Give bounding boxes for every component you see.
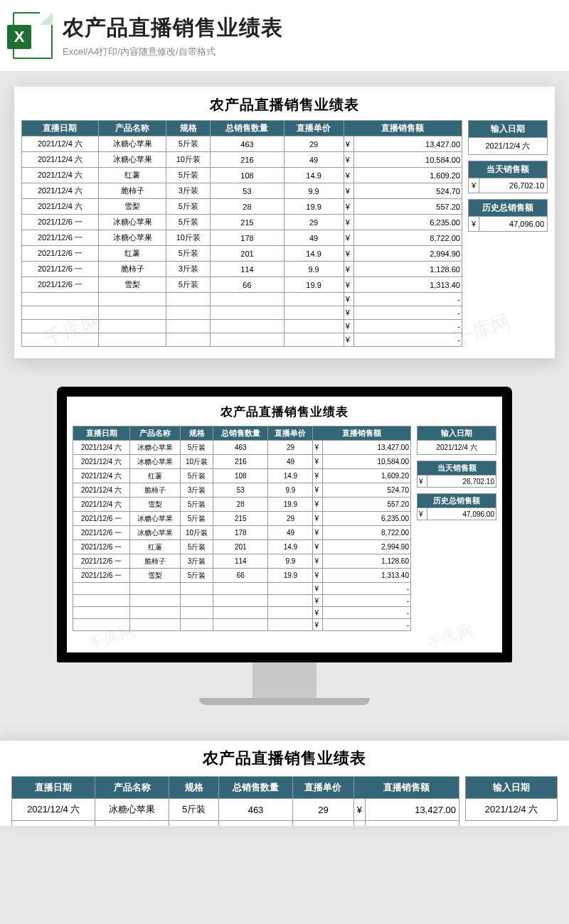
sheet-body: 直播日期产品名称规格总销售数量直播单价直播销售额2021/12/4 六冰糖心苹果… <box>21 120 548 347</box>
cell-qty: 114 <box>213 554 268 569</box>
cell-price: 9.9 <box>268 483 313 498</box>
table-row-empty: ¥- <box>73 619 411 631</box>
table-row: 2021/12/6 一冰糖心苹果5斤装21529¥6,235.00 <box>73 512 411 526</box>
table-row: 2021/12/6 一冰糖心苹果5斤装21529¥6,235.00 <box>22 215 462 230</box>
sheet-title: 农产品直播销售业绩表 <box>73 404 496 420</box>
table-row: 2021/12/4 六冰糖心苹果10斤装21649¥10,584.00 <box>12 821 459 827</box>
cell-product: 脆柿子 <box>130 483 181 498</box>
cell-currency: ¥ <box>313 569 323 583</box>
cell-sales: 13,427.00 <box>366 799 459 821</box>
col-header-spec: 规格 <box>169 777 219 799</box>
cell-spec: 5斤装 <box>166 199 211 215</box>
cell-currency: ¥ <box>313 526 323 540</box>
cell-product: 红薯 <box>98 246 166 262</box>
cell-sales: 557.20 <box>353 199 462 215</box>
monitor-frame: 农产品直播销售业绩表 直播日期产品名称规格总销售数量直播单价直播销售额2021/… <box>57 387 512 705</box>
cell-date: 2021/12/6 一 <box>22 215 99 230</box>
side-value-total-sales: 47,096.00 <box>427 508 496 520</box>
table-row-empty: ¥- <box>73 607 411 619</box>
cell-qty: 463 <box>213 441 268 455</box>
cell-qty: 66 <box>213 569 268 583</box>
table-row-empty: ¥- <box>73 595 411 607</box>
side-value-input-date: 2021/12/4 六 <box>466 799 558 821</box>
table-row-empty: ¥- <box>22 293 462 306</box>
cell-date: 2021/12/4 六 <box>73 441 130 455</box>
cell-date: 2021/12/6 一 <box>73 554 130 569</box>
cell-date: 2021/12/4 六 <box>12 821 95 827</box>
cell-price: 49 <box>284 152 344 168</box>
cell-price: 49 <box>293 821 354 827</box>
cell-date: 2021/12/4 六 <box>73 498 130 512</box>
cell-product: 冰糖心苹果 <box>98 152 166 168</box>
cell-spec: 10斤装 <box>180 526 213 540</box>
table-row: 2021/12/6 一脆柿子3斤装1149.9¥1,128.60 <box>73 554 411 569</box>
side-label-input-date: 输入日期 <box>469 121 548 138</box>
sheet-preview-card: 农产品直播销售业绩表 直播日期产品名称规格总销售数量直播单价直播销售额2021/… <box>14 87 555 358</box>
cell-product: 冰糖心苹果 <box>130 512 181 526</box>
cell-currency: ¥ <box>353 821 365 827</box>
cell-sales: 8,722.00 <box>353 230 462 246</box>
cell-date: 2021/12/6 一 <box>73 540 130 554</box>
table-row-empty: ¥- <box>22 320 462 333</box>
cell-sales: 524.70 <box>353 183 462 199</box>
banner-subtitle: Excel/A4打印/内容随意修改/自带格式 <box>63 45 556 58</box>
cell-date: 2021/12/4 六 <box>22 136 99 152</box>
cell-currency: ¥ <box>344 183 353 199</box>
cell-sales: 6,235.00 <box>323 512 411 526</box>
cell-product: 脆柿子 <box>130 554 181 569</box>
cell-date: 2021/12/4 六 <box>22 168 99 183</box>
cell-sales: 524.70 <box>323 483 411 498</box>
cell-product: 红薯 <box>130 540 181 554</box>
cell-price: 9.9 <box>268 554 313 569</box>
cell-price: 29 <box>268 512 313 526</box>
table-row: 2021/12/6 一脆柿子3斤装1149.9¥1,128.60 <box>22 262 462 277</box>
monitor-screen: 农产品直播销售业绩表 直播日期产品名称规格总销售数量直播单价直播销售额2021/… <box>57 387 512 662</box>
cell-qty: 216 <box>211 152 284 168</box>
cell-price: 19.9 <box>284 277 344 293</box>
monitor-screen-content: 农产品直播销售业绩表 直播日期产品名称规格总销售数量直播单价直播销售额2021/… <box>67 397 502 652</box>
cell-sales: 10,584.00 <box>366 821 459 827</box>
cell-spec: 10斤装 <box>166 152 211 168</box>
monitor-mockup-zone: 农产品直播销售业绩表 直播日期产品名称规格总销售数量直播单价直播销售额2021/… <box>0 387 569 705</box>
cell-spec: 5斤装 <box>180 512 213 526</box>
col-header-date: 直播日期 <box>12 777 95 799</box>
col-header-date: 直播日期 <box>73 426 130 441</box>
cell-product: 脆柿子 <box>98 262 166 277</box>
table-row: 2021/12/4 六红薯5斤装10814.9¥1,609.20 <box>73 469 411 483</box>
cell-qty: 53 <box>211 183 284 199</box>
table-row: 2021/12/6 一冰糖心苹果10斤装17849¥8,722.00 <box>22 230 462 246</box>
col-header-sales: 直播销售额 <box>313 426 411 441</box>
cell-price: 19.9 <box>268 498 313 512</box>
cell-sales: 1,128.60 <box>323 554 411 569</box>
cell-spec: 5斤装 <box>166 215 211 230</box>
col-header-product: 产品名称 <box>95 777 169 799</box>
cell-currency: ¥ <box>313 455 323 469</box>
col-header-spec: 规格 <box>180 426 213 441</box>
cell-spec: 3斤装 <box>180 483 213 498</box>
cell-qty: 463 <box>211 136 284 152</box>
cell-date: 2021/12/6 一 <box>73 569 130 583</box>
table-row: 2021/12/4 六雪梨5斤装2819.9¥557.20 <box>22 199 462 215</box>
table-row: 2021/12/4 六脆柿子3斤装539.9¥524.70 <box>22 183 462 199</box>
cell-currency: ¥ <box>313 469 323 483</box>
cell-product: 雪梨 <box>130 569 181 583</box>
monitor-stand-base <box>199 698 370 705</box>
table-row: 2021/12/4 六脆柿子3斤装539.9¥524.70 <box>73 483 411 498</box>
monitor-stand-neck <box>252 662 317 698</box>
sheet-title: 农产品直播销售业绩表 <box>11 748 558 769</box>
col-header-qty: 总销售数量 <box>218 777 292 799</box>
cell-currency: ¥ <box>313 540 323 554</box>
table-row: 2021/12/4 六红薯5斤装10814.9¥1,609.20 <box>22 168 462 183</box>
main-sales-table: 直播日期产品名称规格总销售数量直播单价直播销售额2021/12/4 六冰糖心苹果… <box>21 120 462 347</box>
table-row: 2021/12/4 六冰糖心苹果10斤装21649¥10,584.00 <box>73 455 411 469</box>
table-row: 2021/12/4 六冰糖心苹果5斤装46329¥13,427.00 <box>73 441 411 455</box>
cell-date: 2021/12/6 一 <box>22 246 99 262</box>
cell-sales: 1,313.40 <box>323 569 411 583</box>
cell-qty: 215 <box>211 215 284 230</box>
side-value-input-date: 2021/12/4 六 <box>469 138 548 155</box>
cell-sales: 1,128.60 <box>353 262 462 277</box>
cell-product: 红薯 <box>130 469 181 483</box>
side-label-total-sales: 历史总销售额 <box>418 494 496 508</box>
side-label-total-sales: 历史总销售额 <box>469 200 548 217</box>
cell-spec: 5斤装 <box>166 168 211 183</box>
